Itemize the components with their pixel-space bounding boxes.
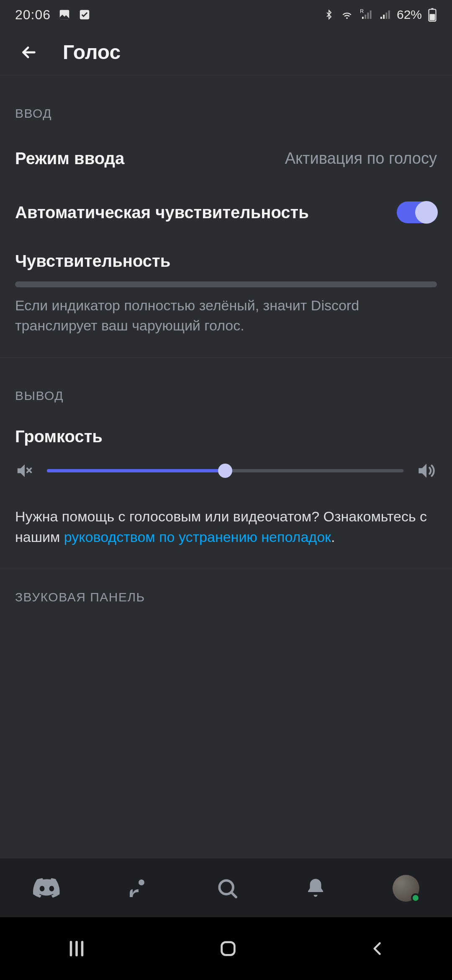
svg-point-14 [139,879,144,885]
speaker-loud-icon [416,460,437,481]
settings-content: ВВОД Режим ввода Активация по голосу Авт… [0,75,452,859]
svg-rect-4 [367,13,369,19]
svg-rect-10 [388,10,390,19]
nav-home[interactable] [24,869,69,908]
svg-rect-13 [430,14,435,21]
svg-text:R: R [360,8,364,14]
sensitivity-label: Чувствительность [15,252,437,271]
avatar [393,875,419,902]
svg-rect-16 [222,942,235,955]
section-header-input: ВВОД [0,75,452,132]
bottom-nav [0,859,452,917]
troubleshoot-link[interactable]: руководством по устранению неполадок [64,529,331,545]
app-header: Голос [0,29,452,75]
row-volume: Громкость [0,415,452,502]
volume-label: Громкость [15,427,437,446]
image-icon [58,8,71,21]
svg-rect-3 [365,15,366,19]
signal-icon [378,8,391,21]
back-button[interactable] [15,39,43,66]
speaker-mute-icon [15,461,34,480]
nav-search[interactable] [207,868,247,908]
section-header-soundboard: ЗВУКОВАЯ ПАНЕЛЬ [0,569,452,621]
volume-slider[interactable] [47,462,403,479]
auto-sensitivity-label: Автоматическая чувствительность [15,203,309,222]
battery-icon [428,8,437,22]
sys-back-button[interactable] [343,931,412,966]
system-nav [0,917,452,980]
svg-rect-2 [362,17,364,19]
nav-notifications[interactable] [296,869,335,908]
sensitivity-help-text: Если индикатор полностью зелёный, значит… [0,291,452,357]
svg-rect-9 [385,13,387,19]
auto-sensitivity-toggle[interactable] [397,201,437,223]
troubleshoot-help: Нужна помощь с голосовым или видеочатом?… [0,502,452,569]
input-mode-label: Режим ввода [15,149,124,168]
nav-friends[interactable] [118,868,159,908]
section-header-output: ВЫВОД [0,358,452,415]
signal-roaming-icon: R [360,8,372,21]
sensitivity-indicator [15,281,437,287]
troubleshoot-text-post: . [331,529,335,545]
sys-home-button[interactable] [193,931,263,967]
row-auto-sensitivity[interactable]: Автоматическая чувствительность [0,185,452,240]
bluetooth-icon [324,8,334,21]
page-title: Голос [63,41,121,64]
svg-rect-12 [431,8,434,10]
svg-rect-5 [370,10,372,19]
presence-online-icon [411,893,420,903]
input-mode-value: Активация по голосу [285,150,437,168]
nav-profile[interactable] [384,867,428,910]
row-input-mode[interactable]: Режим ввода Активация по голосу [0,132,452,185]
svg-rect-7 [380,17,382,19]
status-time: 20:06 [15,7,51,23]
status-bar: 20:06 R 62% [0,0,452,29]
wifi-icon [340,8,354,21]
check-box-icon [78,8,91,21]
sys-recents-button[interactable] [40,929,113,968]
svg-rect-8 [383,15,385,19]
battery-text: 62% [397,8,422,22]
row-sensitivity: Чувствительность [0,240,452,291]
